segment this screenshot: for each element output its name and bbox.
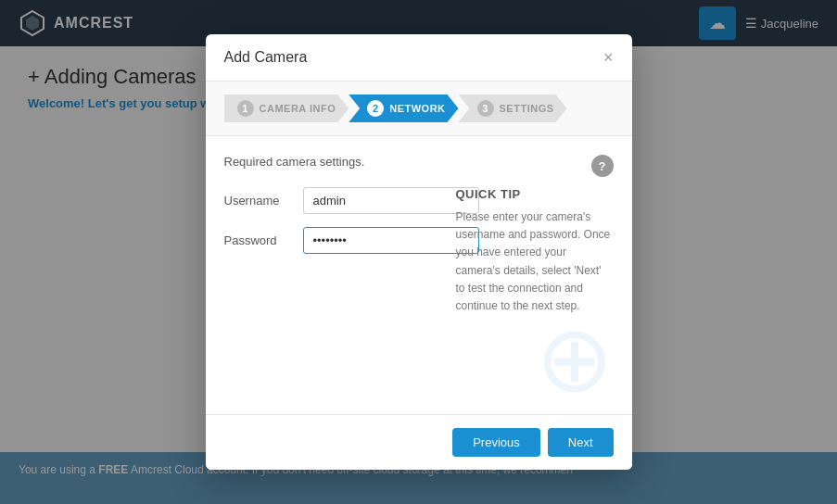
previous-button[interactable]: Previous <box>452 428 540 457</box>
next-button[interactable]: Next <box>548 428 614 457</box>
password-label: Password <box>224 233 294 247</box>
help-icon[interactable]: ? <box>591 155 614 177</box>
step-settings[interactable]: 3 SETTINGS <box>459 94 567 122</box>
password-group: Password <box>224 227 428 254</box>
step3-number: 3 <box>477 100 494 117</box>
close-button[interactable]: × <box>603 49 614 66</box>
modal-header: Add Camera × <box>206 34 632 82</box>
step1-number: 1 <box>237 100 254 117</box>
step-network[interactable]: 2 NETWORK <box>349 94 458 122</box>
modal-body: Required camera settings. ? Username Pas… <box>206 136 632 414</box>
username-group: Username <box>224 187 428 214</box>
modal-title: Add Camera <box>224 49 308 66</box>
watermark-icon: ⊕ <box>536 312 614 405</box>
step-camera-info[interactable]: 1 CAMERA INFO <box>224 94 349 122</box>
quick-tip-title: QUICK TIP <box>456 187 614 201</box>
quick-tip-section: QUICK TIP Please enter your camera's use… <box>447 187 614 315</box>
stepper: 1 CAMERA INFO 2 NETWORK 3 SETTINGS <box>206 82 632 136</box>
step3-label: SETTINGS <box>500 103 554 114</box>
modal-footer: Previous Next <box>206 414 632 470</box>
step2-number: 2 <box>367 100 384 117</box>
quick-tip-text: Please enter your camera's username and … <box>456 208 614 315</box>
form-section: Username Password QUICK TIP Please enter… <box>224 187 614 315</box>
modal-overlay: Add Camera × 1 CAMERA INFO 2 NETWORK 3 S… <box>0 0 837 504</box>
step1-label: CAMERA INFO <box>260 103 336 114</box>
required-label: Required camera settings. <box>224 155 614 169</box>
step2-label: NETWORK <box>389 103 445 114</box>
add-camera-modal: Add Camera × 1 CAMERA INFO 2 NETWORK 3 S… <box>206 34 632 470</box>
username-label: Username <box>224 194 294 208</box>
form-fields: Username Password <box>224 187 428 315</box>
